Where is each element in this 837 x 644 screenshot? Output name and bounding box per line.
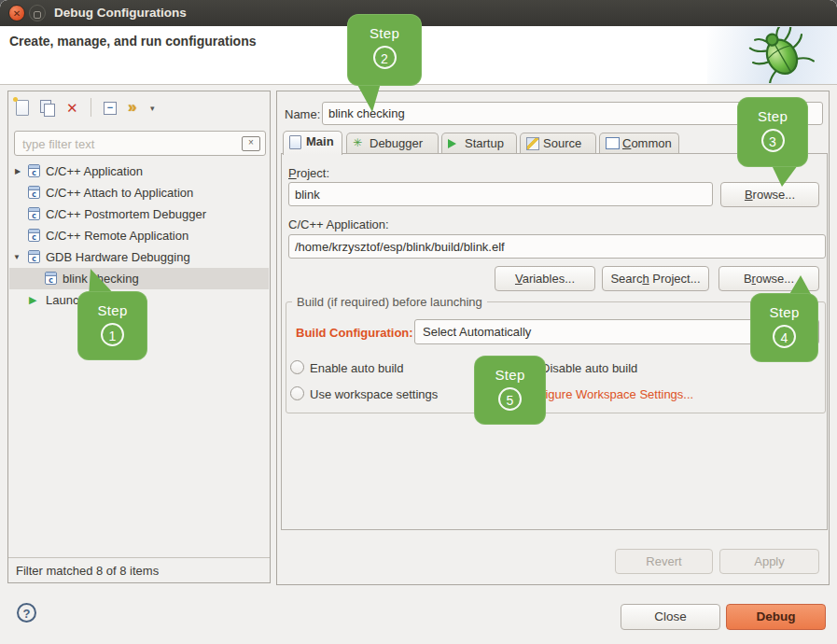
tree-item-blink-checking[interactable]: c blink checking (9, 268, 269, 289)
common-icon (606, 137, 620, 149)
filter-status: Filter matched 8 of 8 items (8, 557, 270, 582)
tab-startup[interactable]: Startup (441, 133, 517, 154)
expander-expanded-icon[interactable]: ▼ (13, 246, 21, 268)
tab-main[interactable]: Main (283, 131, 342, 155)
step-5-callout: Step 5 (474, 356, 546, 425)
name-label: Name: (285, 107, 320, 121)
c-application-icon: c (28, 207, 40, 220)
debug-button[interactable]: Debug (726, 604, 826, 630)
tree-item-capp-application[interactable]: ▶ c C/C++ Application (9, 161, 269, 182)
tree-item-attach[interactable]: c C/C++ Attach to Application (9, 182, 269, 203)
step-2-callout: Step 2 (347, 14, 422, 86)
c-application-icon: c (28, 250, 40, 263)
duplicate-icon[interactable] (40, 100, 55, 117)
tab-common[interactable]: Common (599, 133, 679, 154)
bug-icon (744, 27, 818, 83)
expander-collapsed-icon[interactable]: ▶ (15, 161, 21, 182)
new-configuration-icon[interactable] (16, 100, 29, 117)
filter-icon[interactable]: » (128, 100, 136, 117)
debugger-icon: ✳ (353, 137, 362, 149)
clear-filter-icon[interactable]: × (242, 136, 260, 151)
tab-source[interactable]: Source (520, 133, 596, 154)
step-3-callout: Step 3 (737, 97, 808, 167)
window-title: Debug Configurations (54, 0, 187, 26)
revert-button[interactable]: Revert (615, 549, 713, 574)
tree-item-postmortem[interactable]: c C/C++ Postmortem Debugger (9, 203, 269, 225)
step-5-number: 5 (498, 387, 522, 411)
close-button[interactable]: Close (621, 604, 720, 630)
c-application-icon: c (28, 164, 40, 177)
debug-configurations-dialog: ✕ Debug Configurations Create, manage, a… (0, 0, 837, 644)
dialog-subtitle: Create, manage, and run configurations (9, 34, 257, 49)
tab-debugger[interactable]: ✳ Debugger (346, 133, 439, 154)
main-page-icon (289, 135, 301, 149)
collapse-all-icon[interactable]: − (104, 102, 117, 119)
step-3-number: 3 (761, 129, 785, 152)
filter-field-wrap: × (14, 131, 266, 156)
step-1-number: 1 (101, 323, 124, 346)
tree-item-remote[interactable]: c C/C++ Remote Application (9, 225, 269, 246)
c-application-icon: c (28, 229, 40, 242)
toolbar-separator (91, 98, 91, 117)
maximize-window-icon[interactable] (29, 5, 46, 21)
filter-dropdown-caret-icon[interactable]: ▾ (150, 100, 155, 117)
step-4-callout: Step 4 (750, 293, 818, 362)
step-4-number: 4 (773, 325, 796, 348)
filter-input[interactable] (21, 133, 239, 156)
close-window-icon[interactable]: ✕ (8, 5, 25, 21)
source-icon (526, 137, 539, 150)
launch-group-icon: ▶ (29, 289, 36, 311)
delete-icon[interactable]: ✕ (66, 100, 78, 117)
tree-item-gdb-hardware[interactable]: ▼ c GDB Hardware Debugging (9, 246, 269, 268)
tab-content-area (281, 153, 828, 530)
c-application-icon: c (45, 272, 57, 285)
c-application-icon: c (28, 186, 40, 199)
maximize-glyph (34, 11, 41, 19)
help-icon[interactable]: ? (17, 603, 36, 623)
apply-button[interactable]: Apply (719, 549, 819, 574)
step-1-callout: Step 1 (77, 291, 147, 360)
step-2-number: 2 (373, 46, 397, 69)
startup-play-icon (448, 139, 456, 148)
